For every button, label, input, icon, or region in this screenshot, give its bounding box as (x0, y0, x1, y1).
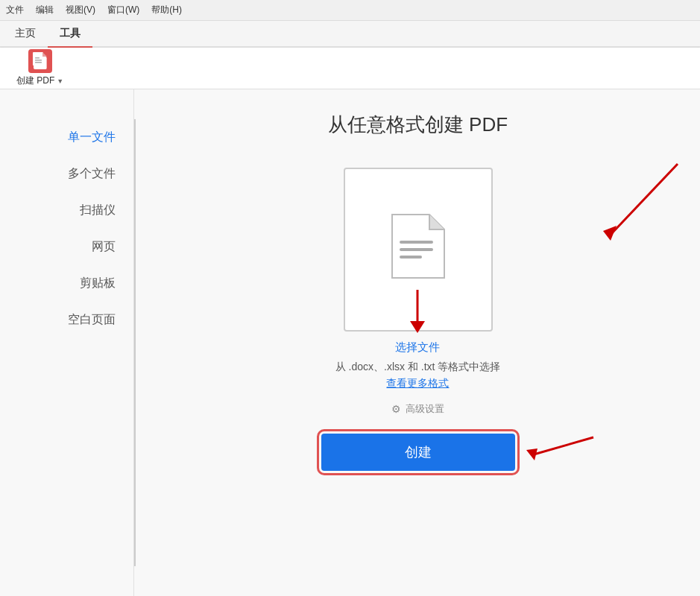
menu-edit[interactable]: 编辑 (36, 4, 54, 16)
advanced-settings-button[interactable]: ⚙ 高级设置 (391, 402, 444, 416)
menu-window[interactable]: 窗口(W) (107, 4, 139, 16)
create-pdf-label: 创建 PDF ▼ (16, 74, 63, 87)
svg-rect-4 (35, 57, 40, 59)
select-file-link[interactable]: 选择文件 (395, 340, 440, 355)
sidebar-item-single-file[interactable]: 单一文件 (0, 119, 133, 156)
svg-rect-7 (400, 241, 433, 244)
toolbar: 创建 PDF ▼ (0, 48, 700, 89)
svg-marker-6 (603, 226, 617, 241)
svg-rect-8 (400, 248, 433, 251)
sidebar-item-multiple-files[interactable]: 多个文件 (0, 156, 133, 192)
svg-rect-2 (35, 60, 42, 61)
tab-tools[interactable]: 工具 (48, 22, 92, 48)
menu-help[interactable]: 帮助(H) (151, 4, 182, 16)
svg-rect-9 (400, 256, 422, 259)
tab-home[interactable]: 主页 (3, 22, 48, 48)
menu-file[interactable]: 文件 (6, 4, 24, 16)
page-title: 从任意格式创建 PDF (328, 112, 508, 138)
sidebar: 单一文件 多个文件 扫描仪 网页 剪贴板 空白页面 (0, 89, 134, 596)
document-icon (388, 211, 448, 282)
svg-marker-1 (42, 52, 47, 57)
advanced-settings-label: 高级设置 (406, 402, 444, 416)
create-button[interactable]: 创建 (321, 434, 515, 471)
red-arrow-create (523, 434, 597, 471)
create-pdf-icon (28, 49, 52, 73)
drop-zone-container: 选择文件 从 .docx、.xlsx 和 .txt 等格式中选择 查看更多格式 … (165, 168, 670, 471)
sidebar-item-clipboard[interactable]: 剪贴板 (0, 265, 133, 302)
create-button-wrapper: 创建 (321, 434, 515, 471)
format-description: 从 .docx、.xlsx 和 .txt 等格式中选择 (335, 361, 501, 374)
main-area: 单一文件 多个文件 扫描仪 网页 剪贴板 空白页面 从任意格式创建 PDF (0, 89, 700, 596)
menu-view[interactable]: 视图(V) (66, 4, 95, 16)
red-arrow-top (536, 160, 685, 250)
dropdown-arrow-icon: ▼ (57, 77, 63, 85)
content-area: 从任意格式创建 PDF (136, 89, 700, 596)
svg-rect-3 (35, 62, 42, 63)
file-drop-zone[interactable] (344, 168, 493, 332)
sidebar-item-blank-page[interactable]: 空白页面 (0, 302, 133, 338)
menu-bar: 文件 编辑 视图(V) 窗口(W) 帮助(H) (0, 0, 700, 21)
svg-line-12 (534, 437, 593, 454)
more-formats-link[interactable]: 查看更多格式 (386, 377, 449, 390)
sidebar-item-scanner[interactable]: 扫描仪 (0, 192, 133, 229)
svg-rect-0 (33, 52, 43, 66)
tab-bar: 主页 工具 (0, 21, 700, 48)
gear-icon: ⚙ (391, 403, 401, 415)
sidebar-item-webpage[interactable]: 网页 (0, 229, 133, 265)
svg-marker-13 (526, 448, 537, 460)
create-pdf-button[interactable]: 创建 PDF ▼ (9, 46, 71, 90)
svg-line-5 (611, 164, 678, 235)
